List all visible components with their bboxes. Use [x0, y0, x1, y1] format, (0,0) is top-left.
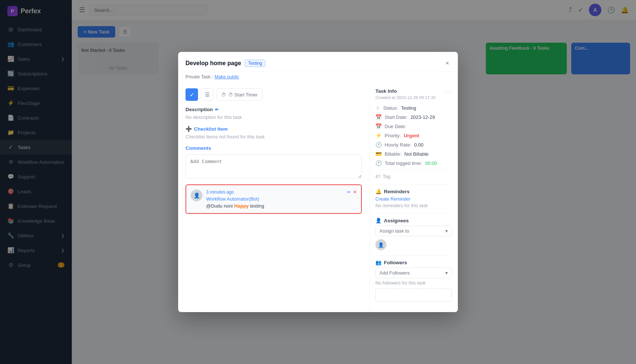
- modal-right-panel: Task Info ··· Created at 2023-12-29 09:1…: [370, 83, 458, 312]
- comment-header: 3 minutes ago ✏ ✕: [206, 190, 357, 195]
- assignees-header: 👤 Assignees: [375, 218, 452, 223]
- comment-actions: ✏ ✕: [347, 190, 357, 195]
- assignees-section: 👤 Assignees Assign task to ▾ 👤: [375, 218, 452, 250]
- edit-comment-button[interactable]: ✏: [347, 190, 351, 195]
- no-reminders-text: No reminders for this task: [375, 203, 452, 208]
- hourly-rate-label: Hourly Rate:: [385, 142, 411, 148]
- modal-title: Develop home page: [186, 60, 241, 67]
- logged-time-icon: 🕐: [375, 160, 382, 166]
- logged-time-row: 🕐 Total logged time: 00:00: [375, 160, 452, 166]
- close-button[interactable]: ×: [444, 59, 451, 68]
- priority-value: Urgent: [404, 133, 419, 138]
- priority-row: ⚡ Priority: Urgent: [375, 132, 452, 138]
- comments-section-title: Comments: [186, 145, 362, 151]
- make-public-link[interactable]: Make public: [215, 74, 239, 79]
- assign-task-dropdown[interactable]: Assign task to ▾: [375, 226, 452, 236]
- followers-icon: 👥: [375, 259, 382, 265]
- no-followers-text: No followers for this task: [375, 280, 452, 286]
- followers-section: 👥 Followers Add Followers ▾ No followers…: [375, 259, 452, 302]
- status-value: Testing: [401, 105, 416, 111]
- assignees-icon: 👤: [375, 218, 382, 223]
- due-date-row: 📅 Due Date:: [375, 123, 452, 129]
- modal-left-panel: ✓ ☰ ⏱ ⏱ Start Timer Description ✏ No des…: [178, 83, 370, 312]
- tag-row: 🏷 Tag: [375, 169, 452, 179]
- star-icon: ☆: [375, 105, 380, 111]
- followers-title: Followers: [384, 260, 407, 265]
- add-comment-input[interactable]: [186, 155, 362, 179]
- calendar-due-icon: 📅: [375, 123, 382, 129]
- logged-time-label: Total logged time:: [385, 160, 422, 166]
- task-modal: Develop home page Testing × Private Task…: [178, 52, 458, 312]
- calendar-icon: 📅: [375, 114, 382, 120]
- reminders-title: Reminders: [384, 189, 410, 194]
- description-section-title: Description ✏: [186, 107, 362, 112]
- billable-row: 💳 Billable: Not Billable: [375, 151, 452, 157]
- comment-highlight: Happy: [234, 203, 249, 209]
- comment-author-name: Workflow Automator(Bot): [206, 196, 357, 202]
- chevron-down-icon: ▾: [445, 270, 448, 276]
- logged-time-value: 00:00: [425, 160, 437, 166]
- plus-icon: ➕: [186, 126, 192, 132]
- assignee-avatar: 👤: [375, 239, 386, 250]
- task-actions: ✓ ☰ ⏱ ⏱ Start Timer: [186, 88, 362, 101]
- modal-subtitle: Private Task - Make public: [178, 72, 458, 83]
- timer-icon: ⏱: [221, 92, 226, 98]
- comment-entry: 👤 3 minutes ago ✏ ✕ Workflow Automator(B…: [191, 190, 357, 209]
- start-date-label: Start Date:: [385, 114, 407, 120]
- complete-task-button[interactable]: ✓: [186, 88, 198, 101]
- reminders-header: 🔔 Reminders: [375, 188, 452, 194]
- privacy-label: Private Task -: [186, 74, 213, 79]
- reminders-section: 🔔 Reminders Create Reminder No reminders…: [375, 188, 452, 208]
- clock-rate-icon: 🕐: [375, 142, 382, 148]
- comment-text: @Dudu noni Happy testing: [206, 203, 357, 209]
- billable-icon: 💳: [375, 151, 382, 157]
- add-followers-label: Add Followers: [379, 270, 410, 276]
- task-status-badge: Testing: [245, 60, 265, 67]
- bell-reminders-icon: 🔔: [375, 188, 382, 194]
- modal-header: Develop home page Testing ×: [178, 52, 458, 72]
- comment-timestamp: 3 minutes ago: [206, 190, 234, 195]
- task-info-header: Task Info ···: [375, 88, 452, 94]
- start-timer-button[interactable]: ⏱ ⏱ Start Timer: [216, 88, 262, 101]
- checklist-add-button[interactable]: ➕ Checklist Item: [186, 126, 362, 132]
- description-text: No description for this task: [186, 114, 362, 120]
- due-date-label: Due Date:: [385, 124, 406, 129]
- priority-icon: ⚡: [375, 132, 382, 138]
- checklist-empty-text: Checklist items not found for this task: [186, 134, 362, 139]
- comment-mention: @Dudu noni: [206, 203, 233, 209]
- delete-comment-button[interactable]: ✕: [353, 190, 357, 195]
- status-label: Status:: [383, 105, 398, 111]
- status-row: ☆ Status: Testing: [375, 105, 452, 111]
- task-info-title: Task Info: [375, 88, 397, 94]
- followers-input-box[interactable]: [375, 289, 452, 302]
- comment-highlighted-box: 👤 3 minutes ago ✏ ✕ Workflow Automator(B…: [186, 184, 362, 214]
- more-options-button[interactable]: ···: [445, 88, 452, 94]
- comment-author-avatar: 👤: [191, 190, 202, 201]
- start-date-value: 2023-12-29: [410, 114, 435, 120]
- hourly-rate-row: 🕐 Hourly Rate: 0.00: [375, 142, 452, 148]
- timer-label: ⏱ Start Timer: [228, 92, 258, 98]
- start-date-row: 📅 Start Date: 2023-12-29: [375, 114, 452, 120]
- modal-body: ✓ ☰ ⏱ ⏱ Start Timer Description ✏ No des…: [178, 83, 458, 312]
- view-toggle-button[interactable]: ☰: [201, 88, 213, 101]
- description-label: Description: [186, 107, 213, 112]
- billable-value: Not Billable: [404, 151, 429, 157]
- assign-dropdown-label: Assign task to: [379, 228, 409, 234]
- task-created-date: Created at 2023-12-29 09:17:32: [375, 95, 452, 100]
- tag-icon: 🏷: [375, 173, 381, 179]
- edit-description-icon[interactable]: ✏: [215, 107, 219, 112]
- checklist-label: Checklist Item: [194, 126, 228, 132]
- billable-label: Billable:: [385, 151, 402, 157]
- modal-overlay[interactable]: Develop home page Testing × Private Task…: [0, 0, 636, 364]
- comment-suffix: testing: [250, 203, 264, 209]
- tag-placeholder[interactable]: Tag: [383, 174, 391, 179]
- assignees-title: Assignees: [384, 218, 409, 223]
- add-followers-dropdown[interactable]: Add Followers ▾: [375, 268, 452, 278]
- followers-header: 👥 Followers: [375, 259, 452, 265]
- priority-label: Priority:: [385, 133, 401, 138]
- create-reminder-button[interactable]: Create Reminder: [375, 197, 452, 202]
- chevron-down-icon: ▾: [445, 228, 448, 234]
- comment-content: 3 minutes ago ✏ ✕ Workflow Automator(Bot…: [206, 190, 357, 209]
- hourly-rate-value: 0.00: [414, 142, 423, 148]
